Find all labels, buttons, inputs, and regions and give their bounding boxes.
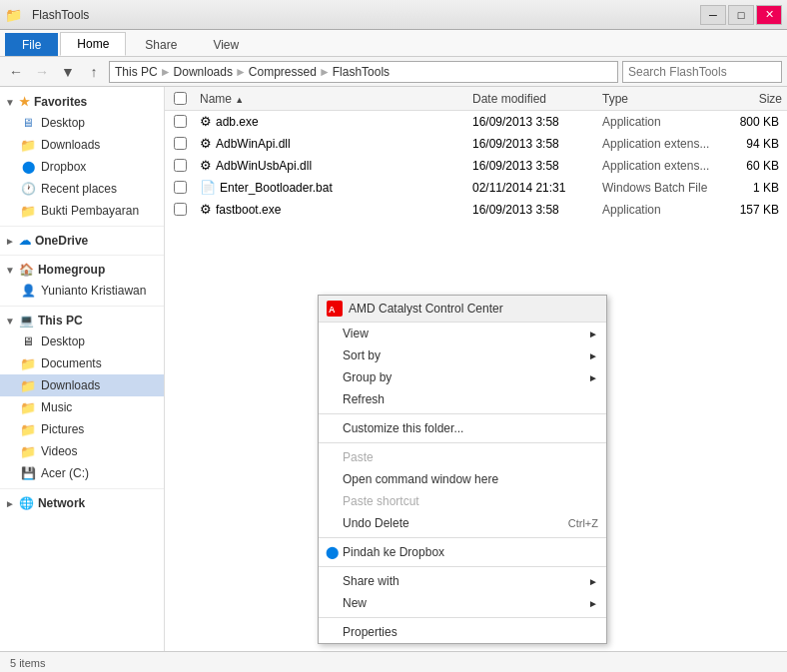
downloads-fav-icon: 📁 [20, 137, 36, 153]
sidebar-item-pictures[interactable]: 📁 Pictures [0, 418, 164, 440]
network-section: ► 🌐 Network [0, 493, 164, 513]
ctx-refresh-label: Refresh [343, 392, 385, 406]
ctx-item-new[interactable]: New ► [319, 592, 606, 614]
close-button[interactable]: ✕ [756, 5, 782, 25]
row-type-cell: Application [597, 115, 717, 129]
sidebar-item-dropbox[interactable]: ⬤ Dropbox [0, 156, 164, 178]
back-button[interactable]: ← [5, 61, 27, 83]
divider-3 [0, 306, 164, 307]
sidebar-item-videos[interactable]: 📁 Videos [0, 440, 164, 462]
row-date-cell: 02/11/2014 21:31 [467, 181, 597, 195]
row-checkbox[interactable] [174, 203, 187, 216]
ctx-item-dropbox[interactable]: ⬤ Pindah ke Dropbox [319, 541, 606, 563]
sidebar-item-acer[interactable]: 💾 Acer (C:) [0, 462, 164, 484]
sidebar-item-downloads-pc[interactable]: 📁 Downloads [0, 374, 164, 396]
row-checkbox[interactable] [174, 137, 187, 150]
onedrive-header[interactable]: ► ☁ OneDrive [0, 231, 164, 251]
ctx-item-view[interactable]: View ► [319, 323, 606, 344]
table-row[interactable]: 📄 Enter_Bootloader.bat 02/11/2014 21:31 … [165, 177, 787, 199]
sort-arrow-icon: ▲ [235, 95, 244, 105]
status-bar: 5 items [0, 651, 787, 672]
table-row[interactable]: ⚙ adb.exe 16/09/2013 3:58 Application 80… [165, 111, 787, 133]
ctx-item-paste[interactable]: Paste [319, 446, 606, 468]
col-type-header[interactable]: Type [597, 92, 717, 106]
sidebar-item-recent[interactable]: 🕐 Recent places [0, 178, 164, 200]
sidebar-item-label: Yunianto Kristiawan [41, 284, 146, 298]
ctx-paste-label: Paste [343, 450, 374, 464]
tab-home[interactable]: Home [60, 32, 126, 56]
col-name-header[interactable]: Name ▲ [195, 92, 467, 106]
ctx-opencmd-label: Open command window here [343, 472, 498, 486]
sidebar-item-desktop-fav[interactable]: 🖥 Desktop [0, 112, 164, 134]
col-size-header[interactable]: Size [717, 92, 787, 106]
sidebar-item-music[interactable]: 📁 Music [0, 396, 164, 418]
up-button[interactable]: ↑ [83, 61, 105, 83]
file-icon: 📄 [200, 180, 216, 195]
network-header[interactable]: ► 🌐 Network [0, 493, 164, 513]
context-menu: A AMD Catalyst Control Center View ► Sor… [318, 295, 607, 644]
row-checkbox[interactable] [174, 115, 187, 128]
file-icon: ⚙ [200, 136, 212, 151]
recent-locations-button[interactable]: ▼ [57, 61, 79, 83]
col-size-label: Size [759, 92, 782, 106]
homegroup-section: ▼ 🏠 Homegroup 👤 Yunianto Kristiawan [0, 260, 164, 302]
tab-view[interactable]: View [196, 33, 256, 56]
sidebar-item-label: Videos [41, 444, 77, 458]
col-date-header[interactable]: Date modified [467, 92, 597, 106]
ctx-arrow-icon: ► [588, 372, 598, 383]
tab-share[interactable]: Share [128, 33, 194, 56]
row-checkbox[interactable] [174, 181, 187, 194]
file-icon: ⚙ [200, 158, 212, 173]
ctx-item-opencmd[interactable]: Open command window here [319, 468, 606, 490]
title-bar: 📁 FlashTools ─ □ ✕ [0, 0, 787, 30]
sidebar-item-downloads-fav[interactable]: 📁 Downloads [0, 134, 164, 156]
thispc-arrow: ▼ [5, 316, 15, 327]
ctx-pasteshortcut-label: Paste shortcut [343, 494, 419, 508]
sidebar-item-desktop-pc[interactable]: 🖥 Desktop [0, 331, 164, 352]
onedrive-arrow: ► [5, 236, 15, 247]
ctx-item-refresh[interactable]: Refresh [319, 388, 606, 410]
maximize-button[interactable]: □ [728, 5, 754, 25]
favorites-label: Favorites [34, 95, 87, 109]
ctx-item-customize[interactable]: Customize this folder... [319, 417, 606, 439]
table-row[interactable]: ⚙ AdbWinApi.dll 16/09/2013 3:58 Applicat… [165, 133, 787, 155]
file-name: adb.exe [216, 115, 259, 129]
sidebar-item-documents[interactable]: 📁 Documents [0, 352, 164, 374]
forward-button[interactable]: → [31, 61, 53, 83]
homegroup-label: Homegroup [38, 263, 105, 277]
network-label: Network [38, 496, 85, 510]
ctx-separator-4 [319, 566, 606, 567]
row-checkbox-cell [165, 203, 195, 216]
path-compressed: Compressed [249, 65, 317, 79]
sidebar-item-label: Acer (C:) [41, 466, 89, 480]
col-type-label: Type [602, 92, 628, 106]
address-path[interactable]: This PC ► Downloads ► Compressed ► Flash… [109, 61, 618, 83]
sidebar-item-bukti[interactable]: 📁 Bukti Pembayaran [0, 200, 164, 222]
select-all-checkbox[interactable] [174, 92, 187, 105]
search-input[interactable] [622, 61, 782, 83]
tab-file[interactable]: File [5, 33, 58, 56]
minimize-button[interactable]: ─ [700, 5, 726, 25]
ctx-item-undodelete[interactable]: Undo Delete Ctrl+Z [319, 512, 606, 534]
col-checkbox-header [165, 92, 195, 105]
sidebar-item-user[interactable]: 👤 Yunianto Kristiawan [0, 280, 164, 302]
window-title: FlashTools [27, 8, 89, 22]
table-row[interactable]: ⚙ fastboot.exe 16/09/2013 3:58 Applicati… [165, 199, 787, 221]
favorites-section: ▼ ★ Favorites 🖥 Desktop 📁 Downloads ⬤ Dr… [0, 92, 164, 222]
row-date-cell: 16/09/2013 3:58 [467, 203, 597, 217]
thispc-label: This PC [38, 314, 83, 328]
sidebar-item-label: Music [41, 400, 72, 414]
table-row[interactable]: ⚙ AdbWinUsbApi.dll 16/09/2013 3:58 Appli… [165, 155, 787, 177]
ctx-item-pasteshortcut[interactable]: Paste shortcut [319, 490, 606, 512]
divider-2 [0, 255, 164, 256]
ctx-item-sortby[interactable]: Sort by ► [319, 344, 606, 366]
row-size-cell: 1 KB [717, 181, 787, 195]
homegroup-header[interactable]: ▼ 🏠 Homegroup [0, 260, 164, 280]
ctx-item-properties[interactable]: Properties [319, 621, 606, 643]
ctx-item-sharewith[interactable]: Share with ► [319, 570, 606, 592]
row-checkbox[interactable] [174, 159, 187, 172]
favorites-header[interactable]: ▼ ★ Favorites [0, 92, 164, 112]
thispc-header[interactable]: ▼ 💻 This PC [0, 311, 164, 331]
ctx-item-groupby[interactable]: Group by ► [319, 366, 606, 388]
path-flashtools: FlashTools [333, 65, 390, 79]
